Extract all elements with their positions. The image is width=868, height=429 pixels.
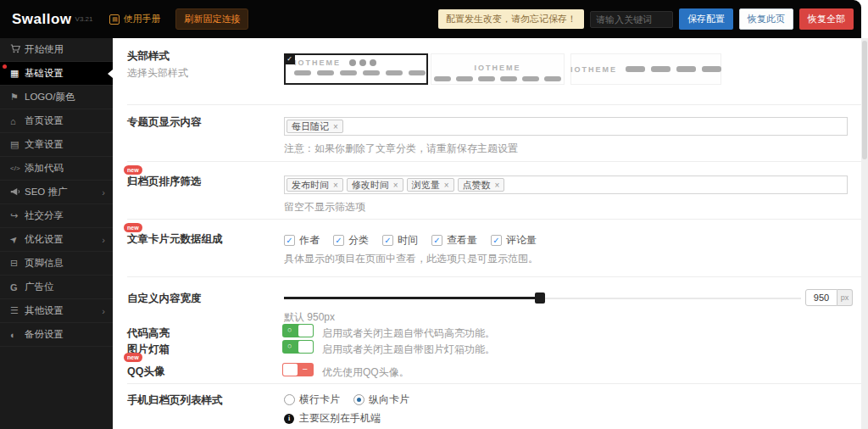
sidebar-item-backup[interactable]: ◐ 备份设置 bbox=[0, 323, 113, 347]
toggle-knob bbox=[283, 364, 298, 376]
setting-label-topic-page: 专题页显示内容 bbox=[127, 115, 202, 130]
search-input[interactable] bbox=[590, 11, 673, 28]
setting-label-header-style: 头部样式 bbox=[127, 49, 170, 64]
restore-page-button[interactable]: 恢复此页 bbox=[739, 8, 793, 30]
tag-remove-icon[interactable]: × bbox=[495, 181, 500, 190]
header-preview-menu-bars bbox=[294, 70, 426, 75]
toggle-off-icon: − bbox=[303, 363, 308, 376]
checkbox-author[interactable]: ✓ 作者 bbox=[284, 233, 320, 248]
tag-item[interactable]: 每日随记 × bbox=[287, 120, 343, 133]
sidebar-item-footer-info[interactable]: ⊟ 页脚信息 bbox=[0, 252, 113, 276]
card-meta-checkbox-group: ✓ 作者 ✓ 分类 ✓ 时间 ✓ 查看量 ✓ 评论量 bbox=[284, 233, 537, 248]
checkbox-views[interactable]: ✓ 查看量 bbox=[431, 233, 477, 248]
tag-remove-icon[interactable]: × bbox=[393, 181, 398, 190]
setting-label-content-width: 自定义内容宽度 bbox=[127, 292, 202, 306]
header-style-option-3[interactable]: IOTHEME bbox=[570, 53, 721, 85]
row-divider bbox=[127, 104, 861, 105]
checkbox-checked-icon[interactable]: ✓ bbox=[491, 235, 502, 246]
sidebar-item-add-code[interactable]: </> 添加代码 bbox=[0, 157, 113, 181]
tag-remove-icon[interactable]: × bbox=[333, 122, 338, 131]
sidebar-item-label: 开始使用 bbox=[25, 43, 64, 56]
content-width-input[interactable] bbox=[805, 289, 837, 306]
sidebar-item-label: 添加代码 bbox=[25, 162, 64, 175]
checkbox-comments[interactable]: ✓ 评论量 bbox=[491, 233, 537, 248]
sidebar-item-homepage[interactable]: ⌂ 首页设置 bbox=[0, 109, 113, 133]
checkbox-checked-icon[interactable]: ✓ bbox=[431, 235, 442, 246]
tag-label: 修改时间 bbox=[352, 179, 389, 192]
tag-remove-icon[interactable]: × bbox=[444, 181, 449, 190]
google-ads-icon: G bbox=[10, 282, 25, 292]
qq-avatar-toggle[interactable]: − bbox=[282, 363, 314, 376]
radio-horizontal-card[interactable]: 横行卡片 bbox=[284, 393, 340, 407]
sidebar-item-logo-color[interactable]: ⚑ LOGO/颜色 bbox=[0, 86, 113, 109]
manual-book-icon: ▤ bbox=[109, 14, 120, 25]
sidebar-item-label: LOGO/颜色 bbox=[25, 91, 75, 103]
tag-label: 每日随记 bbox=[292, 120, 329, 133]
refresh-permalinks-button[interactable]: 刷新固定连接 bbox=[175, 8, 248, 30]
cart-icon bbox=[10, 44, 25, 55]
header-style-option-1[interactable]: ✓ IOTHEME bbox=[284, 53, 428, 85]
header-preview-dots bbox=[349, 59, 376, 66]
book-icon: ▤ bbox=[10, 139, 25, 150]
app-version: V3.21 bbox=[75, 15, 93, 23]
sidebar-item-ads[interactable]: G 广告位 bbox=[0, 276, 113, 299]
sidebar-item-social-share[interactable]: ↪ 社交分享 bbox=[0, 204, 113, 228]
unit-addon: px bbox=[837, 289, 853, 306]
sidebar-item-label: 基础设置 bbox=[25, 67, 64, 80]
tag-item[interactable]: 浏览量 × bbox=[407, 178, 454, 192]
top-bar: Swallow V3.21 ▤ 使用手册 刷新固定连接 配置发生改变，请勿忘记保… bbox=[0, 0, 861, 38]
radio-selected-icon[interactable] bbox=[353, 394, 364, 405]
sidebar-item-other-settings[interactable]: ☰ 其他设置 › bbox=[0, 299, 113, 323]
new-badge: new bbox=[124, 165, 142, 175]
sidebar-item-label: 广告位 bbox=[25, 281, 54, 293]
tag-item[interactable]: 点赞数 × bbox=[458, 178, 505, 192]
save-config-button[interactable]: 保存配置 bbox=[679, 8, 733, 30]
app-logo: Swallow bbox=[12, 11, 72, 28]
sidebar-item-optimization[interactable]: ➤ 优化设置 › bbox=[0, 228, 113, 252]
checkbox-category[interactable]: ✓ 分类 bbox=[333, 233, 369, 248]
flag-icon: ⚑ bbox=[10, 92, 25, 103]
lightbox-toggle[interactable]: ○ bbox=[282, 340, 314, 354]
sidebar-item-label: 文章设置 bbox=[25, 138, 64, 151]
sidebar-item-label: SEO 推广 bbox=[25, 186, 67, 198]
radio-vertical-card[interactable]: 纵向卡片 bbox=[353, 393, 409, 407]
content-width-input-group: px bbox=[805, 289, 853, 306]
checkbox-checked-icon[interactable]: ✓ bbox=[333, 235, 344, 246]
checkbox-time[interactable]: ✓ 时间 bbox=[382, 233, 418, 248]
tag-label: 发布时间 bbox=[292, 179, 329, 192]
backup-shield-icon: ◐ bbox=[10, 330, 25, 340]
code-highlight-toggle[interactable]: ○ bbox=[282, 324, 314, 337]
radio-unselected-icon[interactable] bbox=[284, 394, 295, 405]
grid-icon: ▦ bbox=[10, 68, 25, 79]
checkbox-label: 评论量 bbox=[506, 233, 537, 248]
tag-item[interactable]: 修改时间 × bbox=[347, 178, 403, 192]
topic-page-note: 注意：如果你删除了文章分类，请重新保存主题设置 bbox=[284, 142, 518, 156]
sidebar-item-articles[interactable]: ▤ 文章设置 bbox=[0, 133, 113, 157]
iotheme-logo: IOTHEME bbox=[570, 65, 617, 74]
radio-label: 纵向卡片 bbox=[369, 393, 409, 407]
selected-check-icon: ✓ bbox=[284, 53, 295, 64]
sidebar-item-basic-settings[interactable]: ▦ 基础设置 bbox=[0, 62, 113, 86]
lightbox-note: 启用或者关闭主题自带图片灯箱功能。 bbox=[322, 343, 495, 357]
sidebar: 开始使用 ▦ 基础设置 ⚑ LOGO/颜色 ⌂ 首页设置 ▤ 文章设置 </> … bbox=[0, 38, 113, 429]
row-divider bbox=[127, 219, 861, 220]
header-style-option-2[interactable]: IOTHEME bbox=[431, 53, 565, 85]
tag-remove-icon[interactable]: × bbox=[333, 181, 338, 190]
tag-item[interactable]: 发布时间 × bbox=[287, 178, 343, 192]
checkbox-checked-icon[interactable]: ✓ bbox=[284, 235, 295, 246]
toggle-knob bbox=[298, 325, 313, 337]
manual-link[interactable]: ▤ 使用手册 bbox=[109, 13, 160, 25]
topic-page-tag-input[interactable]: 每日随记 × bbox=[284, 117, 848, 136]
slider-handle[interactable] bbox=[535, 292, 545, 304]
archive-sort-note: 留空不显示筛选项 bbox=[284, 200, 365, 214]
new-badge: new bbox=[124, 223, 142, 232]
checkbox-checked-icon[interactable]: ✓ bbox=[382, 235, 393, 246]
restore-all-button[interactable]: 恢复全部 bbox=[799, 8, 854, 30]
archive-sort-tag-input[interactable]: 发布时间 × 修改时间 × 浏览量 × 点赞数 × bbox=[284, 176, 848, 194]
checkbox-label: 查看量 bbox=[447, 233, 477, 248]
qq-avatar-note: 优先使用QQ头像。 bbox=[322, 365, 409, 380]
content-width-slider[interactable] bbox=[284, 292, 801, 304]
sidebar-item-getting-started[interactable]: 开始使用 bbox=[0, 38, 113, 62]
sidebar-item-seo[interactable]: SEO 推广 › bbox=[0, 181, 113, 204]
scrollbar-thumb[interactable] bbox=[862, 41, 867, 159]
